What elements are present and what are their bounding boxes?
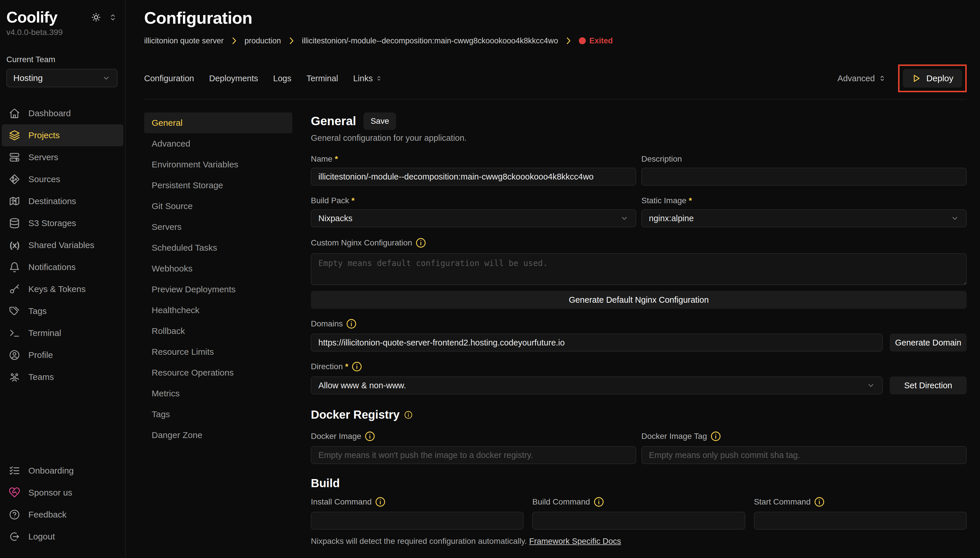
- tab-configuration[interactable]: Configuration: [144, 74, 194, 83]
- advanced-dropdown[interactable]: Advanced: [838, 74, 886, 83]
- general-subtitle: General configuration for your applicati…: [311, 133, 967, 143]
- sidebar-item-onboarding[interactable]: Onboarding: [2, 460, 123, 482]
- sidebar-item-shared-variables[interactable]: (x)Shared Variables: [2, 234, 123, 256]
- docker-image-input[interactable]: [311, 446, 636, 464]
- deploy-annotation-box: Deploy: [898, 64, 967, 92]
- sidebar-item-teams[interactable]: Teams: [2, 366, 123, 388]
- info-icon[interactable]: [364, 430, 376, 442]
- install-command-label: Install Command: [311, 497, 372, 507]
- sidebar-item-s3-storages[interactable]: S3 Storages: [2, 212, 123, 234]
- bell-icon: [9, 261, 20, 273]
- info-icon[interactable]: [415, 237, 427, 249]
- tab-logs[interactable]: Logs: [273, 74, 292, 83]
- config-subnav: General Advanced Environment Variables P…: [144, 112, 292, 558]
- description-input[interactable]: [641, 168, 967, 185]
- custom-nginx-textarea[interactable]: [311, 253, 967, 285]
- breadcrumb-application[interactable]: illicitestonion/-module--decomposition:m…: [302, 36, 558, 45]
- info-icon[interactable]: [346, 318, 357, 330]
- theme-toggle-sun-icon[interactable]: [91, 12, 101, 23]
- subnav-metrics[interactable]: Metrics: [144, 383, 292, 404]
- tab-deployments[interactable]: Deployments: [209, 74, 258, 83]
- app-version: v4.0.0-beta.399: [0, 26, 125, 37]
- docker-registry-heading: Docker Registry: [311, 408, 400, 421]
- server-icon: [9, 151, 20, 163]
- info-icon[interactable]: [374, 496, 386, 508]
- sidebar-item-sources[interactable]: Sources: [2, 168, 123, 190]
- team-select[interactable]: Hosting: [7, 69, 117, 87]
- tab-terminal[interactable]: Terminal: [306, 74, 338, 83]
- info-icon[interactable]: [710, 430, 721, 442]
- deploy-button[interactable]: Deploy: [903, 69, 962, 88]
- heart-handshake-icon: [9, 487, 20, 499]
- subnav-danger-zone[interactable]: Danger Zone: [144, 425, 292, 446]
- subnav-rollback[interactable]: Rollback: [144, 321, 292, 341]
- info-icon[interactable]: [351, 361, 362, 373]
- sidebar-item-keys-tokens[interactable]: Keys & Tokens: [2, 278, 123, 300]
- info-icon[interactable]: [593, 496, 604, 508]
- subnav-advanced[interactable]: Advanced: [144, 133, 292, 154]
- sidebar-item-destinations[interactable]: Destinations: [2, 190, 123, 212]
- name-input[interactable]: [311, 168, 636, 185]
- app-logo[interactable]: Coolify: [7, 8, 57, 26]
- sidebar-item-feedback[interactable]: Feedback: [2, 504, 123, 526]
- sidebar-item-servers[interactable]: Servers: [2, 146, 123, 168]
- subnav-servers[interactable]: Servers: [144, 217, 292, 237]
- terminal-icon: [9, 327, 20, 339]
- subnav-resource-operations[interactable]: Resource Operations: [144, 362, 292, 383]
- sidebar-item-projects[interactable]: Projects: [2, 124, 123, 146]
- generate-nginx-button[interactable]: Generate Default Nginx Configuration: [311, 291, 967, 309]
- sidebar-item-logout[interactable]: Logout: [2, 526, 123, 548]
- domains-label: Domains: [311, 319, 343, 328]
- subnav-resource-limits[interactable]: Resource Limits: [144, 341, 292, 362]
- subnav-git-source[interactable]: Git Source: [144, 196, 292, 217]
- chevron-right-icon: [563, 35, 574, 46]
- sidebar-item-profile[interactable]: Profile: [2, 344, 123, 366]
- info-icon[interactable]: [404, 410, 413, 420]
- direction-select[interactable]: Allow www & non-www.: [311, 376, 883, 394]
- build-pack-label: Build Pack: [311, 196, 354, 205]
- domains-input[interactable]: [311, 334, 883, 351]
- description-label: Description: [641, 154, 682, 164]
- install-command-input[interactable]: [311, 512, 524, 530]
- sidebar-item-dashboard[interactable]: Dashboard: [2, 102, 123, 124]
- tab-links[interactable]: Links: [353, 74, 383, 83]
- subnav-environment-variables[interactable]: Environment Variables: [144, 154, 292, 175]
- static-image-label: Static Image: [641, 196, 692, 205]
- user-circle-icon: [9, 349, 20, 361]
- chevron-down-icon: [102, 74, 110, 82]
- info-icon[interactable]: [814, 496, 825, 508]
- chevrons-up-down-icon[interactable]: [108, 12, 118, 23]
- sidebar-item-terminal[interactable]: Terminal: [2, 322, 123, 344]
- breadcrumb-environment[interactable]: production: [245, 36, 281, 45]
- sidebar-item-sponsor-us[interactable]: Sponsor us: [2, 482, 123, 504]
- framework-docs-link[interactable]: Framework Specific Docs: [529, 537, 621, 546]
- subnav-tags[interactable]: Tags: [144, 404, 292, 425]
- build-pack-select[interactable]: Nixpacks: [311, 209, 636, 227]
- save-button[interactable]: Save: [364, 112, 396, 130]
- set-direction-button[interactable]: Set Direction: [890, 376, 967, 394]
- chevron-down-icon: [950, 214, 959, 223]
- subnav-healthcheck[interactable]: Healthcheck: [144, 300, 292, 321]
- static-image-select[interactable]: nginx:alpine: [641, 209, 967, 227]
- subnav-scheduled-tasks[interactable]: Scheduled Tasks: [144, 237, 292, 258]
- build-command-input[interactable]: [532, 512, 745, 530]
- subnav-preview-deployments[interactable]: Preview Deployments: [144, 279, 292, 300]
- docker-image-tag-input[interactable]: [641, 446, 967, 464]
- generate-domain-button[interactable]: Generate Domain: [890, 334, 967, 351]
- tags-icon: [9, 305, 20, 317]
- custom-nginx-label: Custom Nginx Configuration: [311, 238, 412, 248]
- subnav-persistent-storage[interactable]: Persistent Storage: [144, 175, 292, 196]
- sidebar-item-notifications[interactable]: Notifications: [2, 256, 123, 278]
- status-dot-icon: [579, 37, 586, 44]
- start-command-label: Start Command: [754, 497, 811, 507]
- start-command-input[interactable]: [754, 512, 967, 530]
- chevron-right-icon: [286, 35, 297, 46]
- breadcrumb-project[interactable]: illicitonion quote server: [144, 36, 224, 45]
- sidebar-item-tags[interactable]: Tags: [2, 300, 123, 322]
- subnav-general[interactable]: General: [144, 112, 292, 133]
- build-heading: Build: [311, 477, 340, 490]
- database-icon: [9, 217, 20, 229]
- map-icon: [9, 195, 20, 207]
- checklist-icon: [9, 465, 20, 476]
- subnav-webhooks[interactable]: Webhooks: [144, 258, 292, 279]
